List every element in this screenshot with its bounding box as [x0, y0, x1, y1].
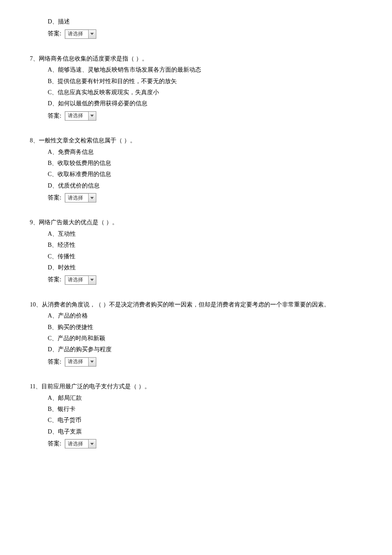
chevron-down-icon	[90, 33, 94, 35]
question-number: 11、	[30, 383, 41, 390]
select-placeholder: 请选择	[65, 112, 88, 120]
answer-label: 答案:	[48, 193, 61, 202]
option-d: D、电子支票	[48, 427, 362, 436]
question-text: 9、网络广告最大的优点是（ ）。	[30, 218, 362, 227]
option-a: A、免费商务信息	[48, 147, 362, 157]
option-b: B、提供信息要有针对性和目的性，不要无的放矢	[48, 77, 362, 86]
option-b: B、经济性	[48, 240, 362, 250]
answer-label: 答案:	[48, 111, 61, 121]
answer-select[interactable]: 请选择	[65, 357, 96, 367]
option-c: C、收取标准费用的信息	[48, 170, 362, 179]
chevron-down-icon	[90, 115, 94, 117]
question-text: 8、一般性文章全文检索信息属于（ ）。	[30, 136, 362, 145]
question-number: 7、	[30, 55, 39, 62]
answer-label: 答案:	[48, 439, 61, 448]
option-d: D、描述	[48, 17, 362, 26]
option-c: C、信息应真实地反映客观现实，失真度小	[48, 88, 362, 97]
question-text: 10、从消费者的角度说，（ ）不是决定消费者购买的唯一因素，但却是消费者肯定要考…	[30, 300, 362, 309]
question-number: 10、	[30, 301, 42, 308]
select-placeholder: 请选择	[65, 30, 88, 38]
answer-label: 答案:	[48, 275, 61, 284]
answer-row: 答案: 请选择	[48, 275, 362, 284]
question-text: 7、网络商务信息收集的适度要求是指（ ）。	[30, 54, 362, 64]
answer-select[interactable]: 请选择	[65, 193, 96, 202]
question-stem: 网络商务信息收集的适度要求是指（ ）。	[39, 55, 148, 62]
question-9: 9、网络广告最大的优点是（ ）。 A、互动性 B、经济性 C、传播性 D、时效性…	[30, 218, 362, 284]
option-b: B、银行卡	[48, 405, 362, 414]
dropdown-button[interactable]	[88, 194, 96, 202]
dropdown-button[interactable]	[88, 358, 96, 366]
question-number: 8、	[30, 137, 39, 144]
chevron-down-icon	[90, 279, 94, 281]
option-a: A、互动性	[48, 229, 362, 239]
select-placeholder: 请选择	[65, 194, 88, 202]
question-stem: 网络广告最大的优点是（ ）。	[39, 219, 118, 225]
answer-row: 答案: 请选择	[48, 111, 362, 121]
answer-row: 答案: 请选择	[48, 439, 362, 448]
question-7: 7、网络商务信息收集的适度要求是指（ ）。 A、能够迅速、灵敏地反映销售市场发展…	[30, 54, 362, 121]
options: A、互动性 B、经济性 C、传播性 D、时效性	[48, 229, 362, 273]
option-d: D、时效性	[48, 263, 362, 272]
dropdown-button[interactable]	[88, 276, 96, 284]
select-placeholder: 请选择	[65, 358, 88, 366]
option-a: A、邮局汇款	[48, 393, 362, 403]
answer-select[interactable]: 请选择	[65, 275, 96, 285]
question-number: 9、	[30, 219, 39, 225]
dropdown-button[interactable]	[88, 112, 96, 120]
options: A、产品的价格 B、购买的便捷性 C、产品的时尚和新颖 D、产品的购买参与程度	[48, 311, 362, 355]
question-text: 11、目前应用最广泛的电子支付方式是（ ）。	[30, 382, 362, 391]
option-b: B、购买的便捷性	[48, 323, 362, 332]
orphan-question-block: D、描述 答案: 请选择	[30, 17, 362, 39]
question-stem: 一般性文章全文检索信息属于（ ）。	[39, 137, 136, 144]
options: A、免费商务信息 B、收取较低费用的信息 C、收取标准费用的信息 D、优质优价的…	[48, 147, 362, 191]
question-8: 8、一般性文章全文检索信息属于（ ）。 A、免费商务信息 B、收取较低费用的信息…	[30, 136, 362, 202]
option-c: C、产品的时尚和新颖	[48, 334, 362, 343]
select-placeholder: 请选择	[65, 276, 88, 284]
option-c: C、电子货币	[48, 416, 362, 425]
chevron-down-icon	[90, 443, 94, 445]
answer-label: 答案:	[48, 29, 61, 38]
answer-label: 答案:	[48, 357, 61, 367]
question-stem: 目前应用最广泛的电子支付方式是（ ）。	[41, 383, 150, 390]
answer-select[interactable]: 请选择	[65, 439, 96, 448]
answer-row: 答案: 请选择	[48, 29, 362, 38]
option-a: A、能够迅速、灵敏地反映销售市场发展各方面的最新动态	[48, 65, 362, 75]
option-d: D、如何以最低的费用获得必要的信息	[48, 99, 362, 108]
chevron-down-icon	[90, 197, 94, 199]
question-10: 10、从消费者的角度说，（ ）不是决定消费者购买的唯一因素，但却是消费者肯定要考…	[30, 300, 362, 367]
chevron-down-icon	[90, 361, 94, 363]
answer-row: 答案: 请选择	[48, 357, 362, 367]
answer-select[interactable]: 请选择	[65, 29, 96, 39]
option-c: C、传播性	[48, 252, 362, 261]
answer-row: 答案: 请选择	[48, 193, 362, 202]
option-d: D、优质优价的信息	[48, 181, 362, 191]
dropdown-button[interactable]	[88, 30, 96, 38]
question-stem: 从消费者的角度说，（ ）不是决定消费者购买的唯一因素，但却是消费者肯定要考虑的一…	[42, 301, 330, 308]
options: A、邮局汇款 B、银行卡 C、电子货币 D、电子支票	[48, 393, 362, 437]
select-placeholder: 请选择	[65, 440, 88, 448]
option-d: D、产品的购买参与程度	[48, 345, 362, 354]
question-11: 11、目前应用最广泛的电子支付方式是（ ）。 A、邮局汇款 B、银行卡 C、电子…	[30, 382, 362, 448]
answer-select[interactable]: 请选择	[65, 111, 96, 121]
dropdown-button[interactable]	[88, 439, 96, 448]
options: A、能够迅速、灵敏地反映销售市场发展各方面的最新动态 B、提供信息要有针对性和目…	[48, 65, 362, 109]
option-a: A、产品的价格	[48, 311, 362, 321]
option-b: B、收取较低费用的信息	[48, 159, 362, 168]
